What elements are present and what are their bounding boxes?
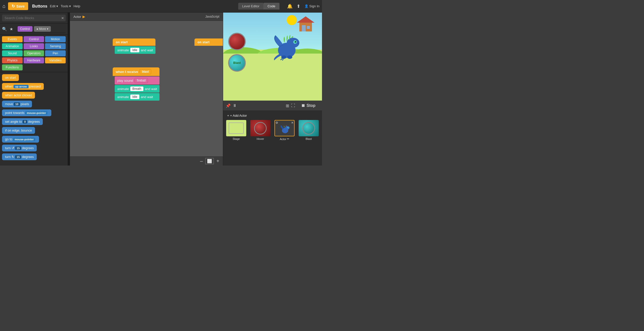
search-icon-button[interactable]: 🔍 — [2, 27, 7, 31]
code-group-2: when I receive blast play sound fireball… — [113, 67, 159, 101]
control-tab[interactable]: Control — [18, 26, 32, 32]
breadcrumb-actor[interactable]: Actor — [73, 15, 81, 19]
cat-animation[interactable]: Animation — [2, 43, 23, 49]
actor-thumb-actor[interactable]: ⚙ ✕ Acto — [273, 120, 296, 141]
cat-pen[interactable]: Pen — [45, 50, 66, 56]
right-panel: Blast 📌 ⏸ ⊞ ⛶ ⏹ Stop + + Add Actor — [223, 13, 322, 166]
block-set-angle[interactable]: set angle to 0 degrees — [2, 118, 43, 125]
breadcrumb-arrow: ▶ — [83, 15, 85, 19]
blocks-list: on start when up arrow pressed when acto… — [0, 72, 68, 166]
up-arrow-badge: up arrow — [14, 85, 28, 88]
block-if-edge-bounce[interactable]: if on edge, bounce — [2, 127, 35, 134]
on-start-trigger[interactable]: on start — [113, 38, 155, 46]
panel-divider[interactable] — [68, 13, 70, 166]
blast-button[interactable]: Blast — [228, 54, 246, 72]
share-icon[interactable]: ⬆ — [297, 4, 300, 9]
user-icon: 👤 — [304, 4, 308, 8]
zoom-fit-button[interactable]: ⬜ — [205, 158, 214, 164]
sun — [287, 15, 297, 25]
svg-rect-6 — [307, 26, 310, 29]
play-sound-block[interactable]: play sound fireball — [115, 76, 159, 85]
edit-menu[interactable]: Edit ▾ — [50, 4, 58, 8]
fullscreen-button[interactable]: ⛶ — [291, 103, 295, 108]
edit-icon[interactable]: ✏ — [287, 137, 289, 141]
actor-strip: + + Add Actor Stage Hover — [223, 111, 322, 143]
control-bar: 📌 ⏸ ⊞ ⛶ ⏹ Stop — [223, 101, 322, 111]
tab-code[interactable]: Code — [263, 3, 279, 10]
cat-sound[interactable]: Sound — [2, 50, 23, 56]
add-actor-button[interactable]: + + Add Actor — [225, 113, 249, 118]
cat-operators[interactable]: Operators — [24, 50, 44, 56]
animate-idle-block-2[interactable]: animate Idle and wait — [115, 93, 159, 101]
bell-icon[interactable]: 🔔 — [287, 4, 293, 9]
actor-thumb-blast[interactable]: Blast — [298, 120, 320, 141]
help-menu[interactable]: Help — [73, 4, 80, 8]
animate-breath-block[interactable]: animate Breath and wait — [115, 85, 159, 93]
actor-thumb-stage[interactable]: Stage — [225, 120, 247, 141]
zoom-in-button[interactable]: + — [216, 158, 219, 164]
topbar: ⌂ ↻ Save Buttons Edit ▾ Tools ▾ Help Lev… — [0, 0, 322, 13]
pixels-badge: 10 — [14, 102, 20, 106]
javascript-button[interactable]: JavaScript — [205, 15, 219, 18]
block-turn-cw[interactable]: turn ↻ 15 degrees — [2, 153, 37, 160]
cat-looks[interactable]: Looks — [24, 43, 44, 49]
svg-point-14 — [295, 41, 296, 42]
categories-grid: Events Control Motion Animation Looks Se… — [0, 35, 68, 72]
block-when-pressed[interactable]: when up arrow pressed — [2, 83, 44, 90]
svg-point-18 — [285, 128, 287, 130]
app-title: Buttons — [32, 4, 47, 9]
cat-events[interactable]: Events — [2, 36, 23, 42]
hover-button[interactable] — [228, 33, 246, 50]
menu-area: Edit ▾ Tools ▾ Help — [50, 4, 80, 8]
gear-icon[interactable]: ⚙ — [275, 121, 278, 125]
blast-badge: blast — [140, 69, 151, 74]
turn-cw-badge: 15 — [15, 155, 21, 159]
actor-dragon-icon — [278, 122, 292, 135]
idle-badge-2: Idle — [130, 95, 139, 99]
grid-button[interactable]: ⊞ — [286, 103, 289, 108]
blast-label: Blast — [306, 137, 312, 140]
search-input[interactable] — [2, 15, 66, 21]
breadcrumb: Actor ▶ JavaScript — [70, 13, 223, 21]
code-area[interactable]: on start animate Idle and wait when I re… — [70, 21, 223, 156]
on-start-trigger-2[interactable]: on start — [194, 38, 223, 46]
close-icon[interactable]: ✕ — [291, 121, 294, 125]
block-when-actor-clicked[interactable]: when actor clicked — [2, 92, 35, 99]
cat-variables[interactable]: Variables — [45, 57, 66, 63]
cat-motion[interactable]: Motion — [45, 36, 66, 42]
cat-functions[interactable]: Functions — [2, 64, 23, 70]
pin-button[interactable]: 📌 — [226, 103, 231, 108]
block-point-towards[interactable]: point towards mouse-pointer — [2, 109, 51, 116]
search-clear-button[interactable]: ✕ — [61, 16, 64, 20]
zoom-out-button[interactable]: – — [200, 158, 203, 164]
zoom-bar: – ⬜ + — [70, 156, 223, 166]
home-button[interactable]: ⌂ — [3, 3, 6, 9]
stage-img — [229, 122, 244, 134]
stop-button[interactable]: ⏹ Stop — [297, 102, 319, 109]
cat-hardware[interactable]: Hardware — [24, 57, 44, 63]
cat-control[interactable]: Control — [24, 36, 44, 42]
more-tab[interactable]: ● More ▾ — [34, 26, 51, 32]
tab-level-editor[interactable]: Level Editor — [238, 3, 264, 10]
block-move-pixels[interactable]: move 10 pixels — [2, 101, 32, 107]
pause-button[interactable]: ⏸ — [233, 103, 237, 108]
blast-thumbnail — [299, 120, 319, 136]
block-on-start[interactable]: on start — [2, 74, 19, 81]
block-go-to[interactable]: go to mouse-pointer — [2, 136, 39, 143]
hover-label: Hover — [257, 137, 264, 140]
when-receive-trigger[interactable]: when I receive blast — [113, 67, 159, 76]
sign-in-button[interactable]: 👤 Sign In — [304, 4, 319, 8]
actor-label: Actor ✏ — [280, 137, 289, 141]
tools-menu[interactable]: Tools ▾ — [61, 4, 71, 8]
save-label: Save — [16, 4, 25, 8]
tab-area: Level Editor Code — [238, 3, 279, 10]
cat-sensing[interactable]: Sensing — [45, 43, 66, 49]
actor-thumb-hover[interactable]: Hover — [249, 120, 271, 141]
block-turn-ccw[interactable]: turn ↺ 15 degrees — [2, 145, 37, 151]
cat-physics[interactable]: Physics — [2, 57, 23, 63]
save-button[interactable]: ↻ Save — [8, 2, 28, 10]
favorites-button[interactable]: ★ — [10, 27, 13, 31]
preview-background: Blast — [223, 13, 322, 101]
animate-idle-block[interactable]: animate Idle and wait — [115, 46, 155, 54]
dragon-svg — [269, 26, 302, 62]
